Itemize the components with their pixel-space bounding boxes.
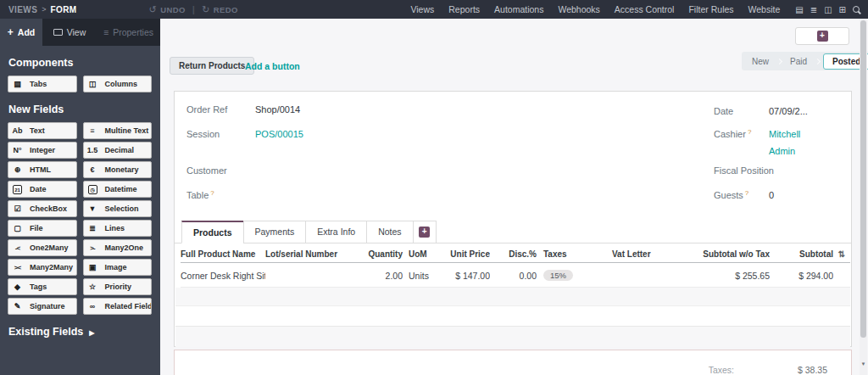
empty-row-stripe: [175, 288, 850, 306]
session-label: Session: [186, 129, 220, 139]
chevron-right-icon: ▶: [89, 329, 94, 337]
col-quantity[interactable]: Quantity: [363, 249, 403, 259]
field-image[interactable]: ▣ Image: [83, 259, 153, 276]
many2one-icon: >-: [84, 240, 102, 256]
field-many2one-label: Many2One: [102, 243, 144, 252]
tab-properties[interactable]: ≡ Properties: [97, 19, 160, 46]
taxes-total-value: $ 38.35: [751, 365, 827, 375]
field-selection[interactable]: ▼ Selection: [83, 200, 153, 217]
cashier-value-line2[interactable]: Admin: [769, 146, 795, 156]
field-monetary[interactable]: € Monetary: [83, 161, 153, 178]
return-products-button[interactable]: Return Products: [170, 57, 254, 75]
breadcrumb-separator: >: [42, 5, 46, 14]
col-unit-price[interactable]: Unit Price: [431, 249, 490, 259]
col-lot-serial-number[interactable]: Lot/serial Number: [265, 249, 363, 259]
tab-notes[interactable]: Notes: [366, 221, 413, 243]
field-lines[interactable]: ≣ Lines: [83, 220, 153, 237]
contacts-view-icon[interactable]: ▤: [795, 5, 803, 14]
order-ref-value[interactable]: Shop/0014: [255, 104, 300, 115]
menu-website[interactable]: Website: [748, 4, 781, 14]
add-a-button-link[interactable]: Add a button: [245, 61, 300, 71]
field-selection-label: Selection: [102, 204, 139, 213]
guests-help-marker[interactable]: ?: [745, 189, 748, 197]
menu-automations[interactable]: Automations: [494, 4, 543, 14]
selection-icon: ▼: [84, 201, 102, 216]
field-signature[interactable]: ✎ Signature: [8, 298, 77, 315]
list-view-icon[interactable]: ≣: [810, 5, 817, 14]
cashier-help-marker[interactable]: ?: [748, 128, 751, 136]
menu-views[interactable]: Views: [410, 4, 434, 14]
field-checkbox-label: CheckBox: [26, 204, 67, 213]
tab-view-label: View: [67, 27, 86, 37]
cell-subtotal-wo-tax: $ 255.65: [689, 271, 770, 281]
field-datetime[interactable]: ◷ Datetime: [83, 181, 153, 198]
field-one2many[interactable]: -< One2Many: [8, 239, 77, 256]
field-signature-label: Signature: [26, 302, 65, 311]
status-step-paid[interactable]: Paid: [782, 57, 815, 66]
field-checkbox[interactable]: ☑ CheckBox: [8, 200, 77, 217]
breadcrumb-views[interactable]: VIEWS: [8, 5, 37, 14]
component-tabs[interactable]: ▤ Tabs: [8, 76, 77, 92]
col-full-product-name[interactable]: Full Product Name: [181, 249, 265, 259]
menu-filter-rules[interactable]: Filter Rules: [688, 4, 733, 14]
table-help-marker[interactable]: ?: [210, 189, 214, 197]
tab-payments[interactable]: Payments: [243, 221, 307, 243]
field-priority[interactable]: ☆ Priority: [83, 278, 153, 295]
status-step-new[interactable]: New: [743, 57, 777, 66]
field-multiline-text[interactable]: ≡ Multine Text: [83, 122, 153, 139]
cashier-value-line1[interactable]: Mitchell: [769, 129, 800, 139]
studio-sidebar: + Add View ≡ Properties Components ▤ Tab…: [0, 19, 160, 375]
optional-columns-icon[interactable]: ⇅: [833, 249, 850, 259]
tab-add[interactable]: + Add: [0, 19, 42, 46]
guests-value[interactable]: 0: [769, 190, 774, 200]
field-many2one[interactable]: >- Many2One: [83, 239, 153, 256]
date-icon: 21: [8, 182, 26, 197]
field-related-field[interactable]: ∞ Related Field: [83, 298, 153, 315]
col-subtotal-wo-tax[interactable]: Subtotal w/o Tax: [689, 249, 770, 259]
one2many-icon: -<: [8, 240, 26, 256]
text-icon: Ab: [8, 123, 26, 138]
field-text-label: Text: [26, 126, 45, 135]
vertical-scrollbar[interactable]: ▼: [860, 19, 867, 375]
studio-topbar: VIEWS > FORM ↺ UNDO | ↻ REDO Views Repor…: [0, 0, 868, 19]
priority-icon: ☆: [84, 279, 102, 294]
menu-webhooks[interactable]: Webhooks: [558, 4, 599, 14]
field-integer[interactable]: N° Integer: [8, 142, 77, 159]
tab-view[interactable]: View: [42, 19, 97, 46]
scrollbar-down-arrow[interactable]: ▼: [860, 361, 866, 367]
field-date[interactable]: 21 Date: [8, 181, 77, 198]
col-taxes[interactable]: Taxes: [537, 249, 609, 259]
session-value-link[interactable]: POS/00015: [255, 129, 303, 139]
scrollbar-thumb[interactable]: [860, 20, 866, 338]
table-row[interactable]: Corner Desk Right Sit 2.00 Units $ 147.0…: [181, 264, 850, 288]
kanban-view-icon[interactable]: ◫: [824, 5, 832, 14]
menu-reports[interactable]: Reports: [448, 4, 480, 14]
date-value[interactable]: 07/09/2...: [769, 106, 808, 116]
integer-icon: N°: [8, 143, 26, 158]
col-vat-letter[interactable]: Vat Letter: [609, 249, 689, 259]
redo-button[interactable]: ↻ REDO: [202, 4, 238, 15]
add-element-button[interactable]: +: [795, 27, 849, 45]
existing-fields-heading[interactable]: Existing Fields ▶: [0, 315, 160, 344]
tab-products[interactable]: Products: [181, 221, 244, 243]
field-many2many[interactable]: >< Many2Many: [8, 259, 77, 276]
menu-access-control[interactable]: Access Control: [615, 4, 675, 14]
field-many2many-label: Many2Many: [26, 263, 73, 271]
studio-menu: Views Reports Automations Webhooks Acces…: [410, 4, 780, 14]
component-columns[interactable]: ◫ Columns: [83, 76, 153, 92]
tab-extra-info[interactable]: Extra Info: [305, 221, 367, 243]
add-tab-button[interactable]: +: [413, 221, 437, 243]
col-uom[interactable]: UoM: [403, 249, 431, 259]
field-one2many-label: One2Many: [26, 243, 69, 252]
col-subtotal[interactable]: Subtotal: [770, 249, 833, 259]
field-decimal[interactable]: 1.5 Decimal: [83, 142, 153, 159]
field-html[interactable]: ⊕ HTML: [8, 161, 77, 178]
field-text[interactable]: Ab Text: [8, 122, 77, 139]
field-tags[interactable]: ◆ Tags: [8, 278, 77, 295]
pivot-view-icon[interactable]: ⊞: [839, 5, 846, 14]
search-icon[interactable]: [853, 6, 860, 13]
field-file[interactable]: ▢ File: [8, 220, 77, 237]
field-monetary-label: Monetary: [102, 165, 139, 174]
col-disc[interactable]: Disc.%: [490, 249, 537, 259]
undo-button[interactable]: ↺ UNDO: [149, 4, 186, 15]
